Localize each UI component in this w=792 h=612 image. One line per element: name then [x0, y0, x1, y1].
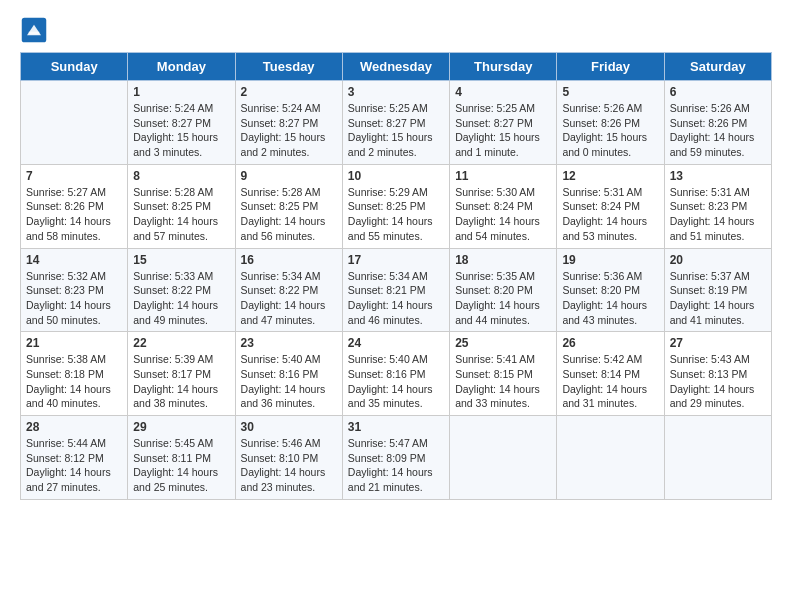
- calendar-cell: 29Sunrise: 5:45 AM Sunset: 8:11 PM Dayli…: [128, 416, 235, 500]
- calendar-cell: 9Sunrise: 5:28 AM Sunset: 8:25 PM Daylig…: [235, 164, 342, 248]
- day-info: Sunrise: 5:26 AM Sunset: 8:26 PM Dayligh…: [562, 101, 658, 160]
- day-info: Sunrise: 5:39 AM Sunset: 8:17 PM Dayligh…: [133, 352, 229, 411]
- day-number: 5: [562, 85, 658, 99]
- day-number: 25: [455, 336, 551, 350]
- header-day-sunday: Sunday: [21, 53, 128, 81]
- day-number: 31: [348, 420, 444, 434]
- calendar-cell: 28Sunrise: 5:44 AM Sunset: 8:12 PM Dayli…: [21, 416, 128, 500]
- day-info: Sunrise: 5:32 AM Sunset: 8:23 PM Dayligh…: [26, 269, 122, 328]
- calendar-cell: 18Sunrise: 5:35 AM Sunset: 8:20 PM Dayli…: [450, 248, 557, 332]
- day-info: Sunrise: 5:35 AM Sunset: 8:20 PM Dayligh…: [455, 269, 551, 328]
- calendar-cell: 31Sunrise: 5:47 AM Sunset: 8:09 PM Dayli…: [342, 416, 449, 500]
- calendar-cell: 22Sunrise: 5:39 AM Sunset: 8:17 PM Dayli…: [128, 332, 235, 416]
- day-number: 16: [241, 253, 337, 267]
- day-info: Sunrise: 5:31 AM Sunset: 8:23 PM Dayligh…: [670, 185, 766, 244]
- calendar-cell: 8Sunrise: 5:28 AM Sunset: 8:25 PM Daylig…: [128, 164, 235, 248]
- calendar-cell: 12Sunrise: 5:31 AM Sunset: 8:24 PM Dayli…: [557, 164, 664, 248]
- day-info: Sunrise: 5:33 AM Sunset: 8:22 PM Dayligh…: [133, 269, 229, 328]
- week-row-1: 1Sunrise: 5:24 AM Sunset: 8:27 PM Daylig…: [21, 81, 772, 165]
- calendar-cell: 19Sunrise: 5:36 AM Sunset: 8:20 PM Dayli…: [557, 248, 664, 332]
- calendar-cell: [21, 81, 128, 165]
- day-info: Sunrise: 5:29 AM Sunset: 8:25 PM Dayligh…: [348, 185, 444, 244]
- day-info: Sunrise: 5:40 AM Sunset: 8:16 PM Dayligh…: [241, 352, 337, 411]
- calendar-cell: 23Sunrise: 5:40 AM Sunset: 8:16 PM Dayli…: [235, 332, 342, 416]
- day-info: Sunrise: 5:47 AM Sunset: 8:09 PM Dayligh…: [348, 436, 444, 495]
- calendar-cell: 5Sunrise: 5:26 AM Sunset: 8:26 PM Daylig…: [557, 81, 664, 165]
- calendar-cell: 10Sunrise: 5:29 AM Sunset: 8:25 PM Dayli…: [342, 164, 449, 248]
- week-row-4: 21Sunrise: 5:38 AM Sunset: 8:18 PM Dayli…: [21, 332, 772, 416]
- calendar-cell: 13Sunrise: 5:31 AM Sunset: 8:23 PM Dayli…: [664, 164, 771, 248]
- day-info: Sunrise: 5:40 AM Sunset: 8:16 PM Dayligh…: [348, 352, 444, 411]
- day-number: 29: [133, 420, 229, 434]
- calendar-cell: 15Sunrise: 5:33 AM Sunset: 8:22 PM Dayli…: [128, 248, 235, 332]
- day-info: Sunrise: 5:41 AM Sunset: 8:15 PM Dayligh…: [455, 352, 551, 411]
- day-info: Sunrise: 5:44 AM Sunset: 8:12 PM Dayligh…: [26, 436, 122, 495]
- calendar-body: 1Sunrise: 5:24 AM Sunset: 8:27 PM Daylig…: [21, 81, 772, 500]
- day-info: Sunrise: 5:24 AM Sunset: 8:27 PM Dayligh…: [133, 101, 229, 160]
- day-info: Sunrise: 5:28 AM Sunset: 8:25 PM Dayligh…: [241, 185, 337, 244]
- day-number: 17: [348, 253, 444, 267]
- week-row-5: 28Sunrise: 5:44 AM Sunset: 8:12 PM Dayli…: [21, 416, 772, 500]
- day-number: 10: [348, 169, 444, 183]
- calendar-cell: 1Sunrise: 5:24 AM Sunset: 8:27 PM Daylig…: [128, 81, 235, 165]
- header-day-tuesday: Tuesday: [235, 53, 342, 81]
- day-number: 9: [241, 169, 337, 183]
- day-info: Sunrise: 5:25 AM Sunset: 8:27 PM Dayligh…: [348, 101, 444, 160]
- calendar-cell: [450, 416, 557, 500]
- calendar-header: SundayMondayTuesdayWednesdayThursdayFrid…: [21, 53, 772, 81]
- day-number: 19: [562, 253, 658, 267]
- day-number: 8: [133, 169, 229, 183]
- calendar-table: SundayMondayTuesdayWednesdayThursdayFrid…: [20, 52, 772, 500]
- header-day-friday: Friday: [557, 53, 664, 81]
- day-number: 23: [241, 336, 337, 350]
- day-info: Sunrise: 5:38 AM Sunset: 8:18 PM Dayligh…: [26, 352, 122, 411]
- day-number: 28: [26, 420, 122, 434]
- calendar-cell: 16Sunrise: 5:34 AM Sunset: 8:22 PM Dayli…: [235, 248, 342, 332]
- day-info: Sunrise: 5:30 AM Sunset: 8:24 PM Dayligh…: [455, 185, 551, 244]
- day-number: 26: [562, 336, 658, 350]
- calendar-cell: 3Sunrise: 5:25 AM Sunset: 8:27 PM Daylig…: [342, 81, 449, 165]
- calendar-cell: 6Sunrise: 5:26 AM Sunset: 8:26 PM Daylig…: [664, 81, 771, 165]
- day-info: Sunrise: 5:34 AM Sunset: 8:22 PM Dayligh…: [241, 269, 337, 328]
- logo: [20, 16, 52, 44]
- day-info: Sunrise: 5:26 AM Sunset: 8:26 PM Dayligh…: [670, 101, 766, 160]
- calendar-cell: 14Sunrise: 5:32 AM Sunset: 8:23 PM Dayli…: [21, 248, 128, 332]
- day-number: 6: [670, 85, 766, 99]
- day-number: 24: [348, 336, 444, 350]
- week-row-3: 14Sunrise: 5:32 AM Sunset: 8:23 PM Dayli…: [21, 248, 772, 332]
- calendar-cell: 17Sunrise: 5:34 AM Sunset: 8:21 PM Dayli…: [342, 248, 449, 332]
- day-number: 1: [133, 85, 229, 99]
- day-info: Sunrise: 5:31 AM Sunset: 8:24 PM Dayligh…: [562, 185, 658, 244]
- calendar-cell: 21Sunrise: 5:38 AM Sunset: 8:18 PM Dayli…: [21, 332, 128, 416]
- day-number: 22: [133, 336, 229, 350]
- day-info: Sunrise: 5:36 AM Sunset: 8:20 PM Dayligh…: [562, 269, 658, 328]
- day-info: Sunrise: 5:24 AM Sunset: 8:27 PM Dayligh…: [241, 101, 337, 160]
- day-number: 20: [670, 253, 766, 267]
- calendar-cell: 11Sunrise: 5:30 AM Sunset: 8:24 PM Dayli…: [450, 164, 557, 248]
- week-row-2: 7Sunrise: 5:27 AM Sunset: 8:26 PM Daylig…: [21, 164, 772, 248]
- header-day-thursday: Thursday: [450, 53, 557, 81]
- day-number: 2: [241, 85, 337, 99]
- calendar-cell: [557, 416, 664, 500]
- header: [20, 16, 772, 44]
- day-number: 3: [348, 85, 444, 99]
- calendar-cell: 25Sunrise: 5:41 AM Sunset: 8:15 PM Dayli…: [450, 332, 557, 416]
- day-number: 21: [26, 336, 122, 350]
- day-number: 13: [670, 169, 766, 183]
- day-number: 4: [455, 85, 551, 99]
- day-info: Sunrise: 5:42 AM Sunset: 8:14 PM Dayligh…: [562, 352, 658, 411]
- day-number: 30: [241, 420, 337, 434]
- svg-rect-2: [29, 32, 40, 35]
- header-day-saturday: Saturday: [664, 53, 771, 81]
- calendar-cell: 7Sunrise: 5:27 AM Sunset: 8:26 PM Daylig…: [21, 164, 128, 248]
- day-info: Sunrise: 5:27 AM Sunset: 8:26 PM Dayligh…: [26, 185, 122, 244]
- calendar-cell: 2Sunrise: 5:24 AM Sunset: 8:27 PM Daylig…: [235, 81, 342, 165]
- header-day-monday: Monday: [128, 53, 235, 81]
- day-number: 15: [133, 253, 229, 267]
- calendar-cell: 24Sunrise: 5:40 AM Sunset: 8:16 PM Dayli…: [342, 332, 449, 416]
- day-number: 27: [670, 336, 766, 350]
- day-number: 14: [26, 253, 122, 267]
- calendar-cell: 27Sunrise: 5:43 AM Sunset: 8:13 PM Dayli…: [664, 332, 771, 416]
- calendar-cell: 4Sunrise: 5:25 AM Sunset: 8:27 PM Daylig…: [450, 81, 557, 165]
- day-number: 18: [455, 253, 551, 267]
